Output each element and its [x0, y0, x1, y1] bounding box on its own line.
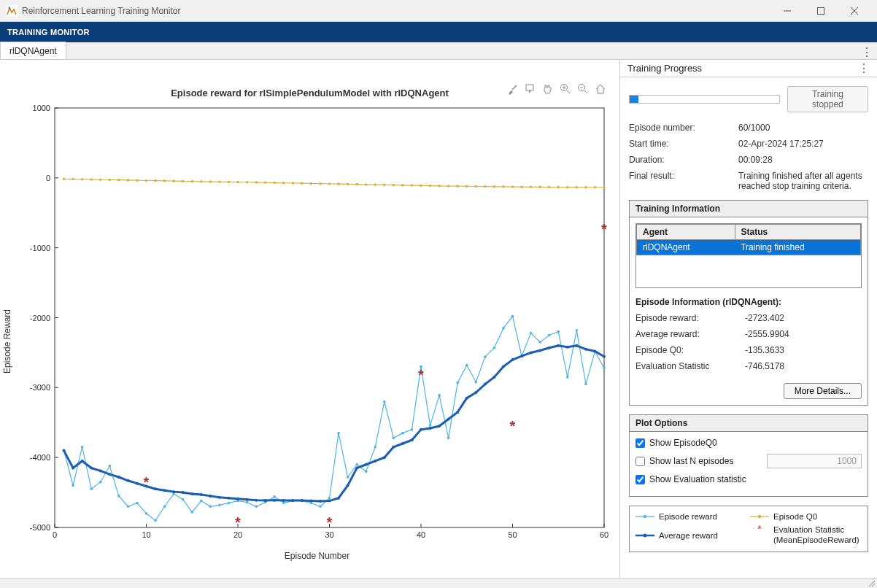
- svg-point-189: [292, 182, 295, 185]
- svg-text:-2000: -2000: [30, 314, 50, 322]
- training-stopped-button[interactable]: Training stopped: [787, 86, 868, 112]
- status-bar: [0, 578, 877, 588]
- legend-item-average-reward[interactable]: Average reward: [635, 525, 747, 546]
- svg-point-51: [127, 505, 130, 508]
- svg-point-100: [576, 329, 579, 332]
- chart-panel: Episode reward for rlSimplePendulumModel…: [0, 60, 620, 578]
- svg-point-148: [465, 397, 468, 400]
- svg-point-79: [383, 401, 386, 403]
- svg-point-187: [273, 182, 276, 185]
- svg-point-105: [72, 467, 74, 470]
- svg-point-156: [538, 349, 541, 352]
- svg-point-86: [447, 437, 450, 440]
- svg-point-45: [72, 484, 74, 487]
- svg-point-223: [603, 186, 606, 189]
- brush-icon[interactable]: [506, 82, 520, 96]
- svg-point-206: [447, 185, 450, 187]
- svg-point-135: [347, 484, 349, 487]
- ribbon-bar: TRAINING MONITOR: [0, 22, 877, 42]
- show-last-n-checkbox[interactable]: [635, 457, 645, 466]
- svg-point-98: [557, 330, 560, 333]
- maximize-button[interactable]: [804, 0, 838, 22]
- svg-point-61: [218, 504, 221, 507]
- svg-point-140: [392, 446, 395, 449]
- svg-point-202: [411, 184, 414, 187]
- svg-text:1000: 1000: [33, 104, 50, 112]
- svg-text:*: *: [235, 514, 241, 530]
- svg-point-199: [383, 184, 386, 187]
- document-tabstrip: rlDQNAgent ⋮: [0, 42, 877, 60]
- svg-point-163: [603, 355, 606, 358]
- svg-point-143: [420, 428, 422, 431]
- svg-text:*: *: [510, 418, 516, 434]
- episode-q0-value: -135.3633: [745, 345, 862, 355]
- svg-point-145: [438, 425, 441, 428]
- chart-axes[interactable]: 0102030405060-5000-4000-3000-2000-100001…: [15, 104, 613, 549]
- plot-options-section: Plot Options Show EpisodeQ0 Show last N …: [629, 414, 868, 497]
- datatip-icon[interactable]: [523, 82, 538, 96]
- show-eval-checkbox[interactable]: [635, 475, 645, 484]
- svg-point-1: [9, 7, 11, 9]
- svg-point-117: [182, 491, 185, 494]
- svg-point-144: [429, 427, 432, 430]
- svg-point-207: [456, 185, 459, 187]
- show-episodeq0-checkbox[interactable]: [635, 438, 645, 448]
- svg-point-176: [172, 179, 175, 182]
- axes-toolbar: [506, 82, 608, 96]
- svg-text:-5000: -5000: [30, 523, 50, 532]
- col-agent[interactable]: Agent: [637, 225, 735, 240]
- legend-item-evaluation-statistic[interactable]: * Evaluation Statistic (MeanEpisodeRewar…: [750, 525, 862, 546]
- svg-point-195: [347, 183, 349, 186]
- show-last-n-label: Show last N episodes: [649, 456, 733, 466]
- svg-point-209: [475, 185, 478, 188]
- svg-point-216: [538, 186, 541, 189]
- table-row[interactable]: rlDQNAgentTraining finished: [637, 240, 861, 255]
- svg-point-192: [319, 182, 322, 185]
- evaluation-statistic-label: Evaluation Statistic: [635, 361, 745, 371]
- svg-point-72: [319, 505, 322, 508]
- episode-reward-value: -2723.402: [745, 313, 862, 323]
- evaluation-statistic-value: -746.5178: [745, 361, 862, 371]
- resize-grip-icon[interactable]: [867, 579, 877, 588]
- episode-info-header: Episode Information (rlDQNAgent):: [635, 297, 862, 307]
- svg-point-205: [438, 185, 441, 187]
- svg-point-158: [557, 344, 560, 347]
- legend[interactable]: Episode reward Episode Q0 Average reward…: [629, 506, 868, 552]
- tab-actions-icon[interactable]: ⋮: [857, 45, 877, 59]
- svg-point-137: [365, 463, 368, 466]
- more-details-button[interactable]: More Details...: [784, 383, 862, 399]
- home-icon[interactable]: [593, 82, 608, 96]
- legend-item-episode-reward[interactable]: Episode reward: [635, 512, 747, 521]
- final-result-label: Final result:: [629, 171, 738, 191]
- svg-point-123: [236, 498, 239, 500]
- svg-point-210: [484, 185, 487, 188]
- agent-table[interactable]: AgentStatus rlDQNAgentTraining finished: [635, 223, 862, 288]
- svg-point-198: [374, 183, 376, 186]
- pan-icon[interactable]: [541, 82, 555, 96]
- col-status[interactable]: Status: [735, 225, 861, 240]
- tab-agent[interactable]: rlDQNAgent: [0, 42, 66, 59]
- svg-point-103: [603, 367, 606, 370]
- svg-point-197: [365, 183, 368, 186]
- svg-point-50: [117, 495, 120, 498]
- legend-item-episode-q0[interactable]: Episode Q0: [750, 512, 862, 521]
- svg-point-81: [401, 432, 404, 435]
- svg-point-131: [309, 500, 312, 503]
- minimize-button[interactable]: [770, 0, 804, 22]
- svg-text:10: 10: [142, 530, 150, 539]
- svg-point-183: [236, 181, 239, 184]
- svg-point-208: [465, 185, 468, 188]
- svg-point-174: [154, 179, 157, 182]
- svg-point-147: [456, 411, 459, 414]
- svg-point-47: [90, 487, 93, 490]
- ribbon-tab-training-monitor[interactable]: TRAINING MONITOR: [7, 28, 90, 36]
- zoom-out-icon[interactable]: [576, 82, 590, 96]
- zoom-in-icon[interactable]: [558, 82, 573, 96]
- svg-point-126: [264, 499, 267, 502]
- svg-point-104: [63, 449, 66, 452]
- svg-line-6: [512, 85, 517, 90]
- last-n-input[interactable]: [767, 454, 862, 468]
- close-button[interactable]: [838, 0, 871, 22]
- panel-actions-icon[interactable]: ⋮: [858, 61, 870, 75]
- svg-point-149: [474, 391, 477, 394]
